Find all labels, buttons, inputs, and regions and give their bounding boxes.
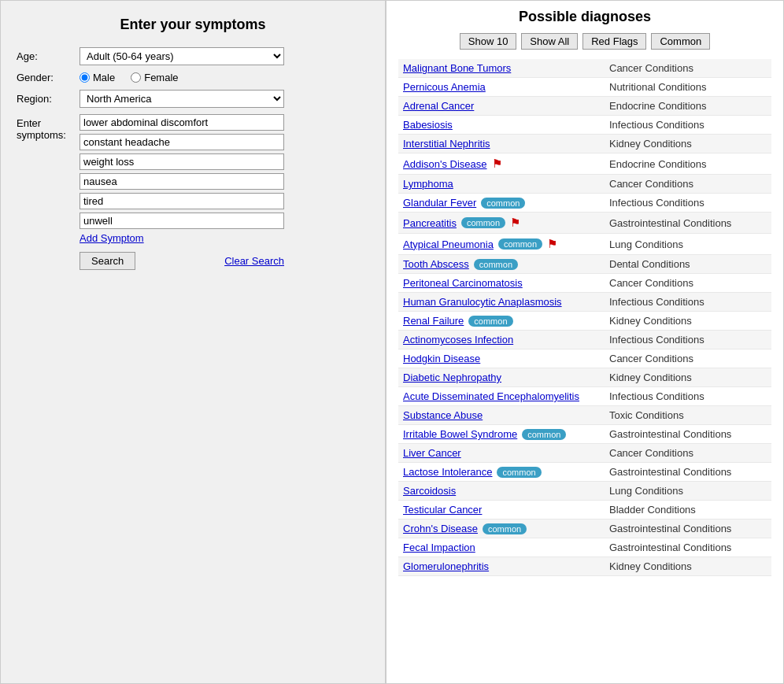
diagnosis-row: Addison's DiseaseEndocrine Conditions — [398, 153, 771, 175]
diagnosis-link[interactable]: Renal Failure — [403, 315, 464, 327]
diagnosis-category: Nutritional Conditions — [609, 81, 767, 93]
diagnosis-link[interactable]: Diabetic Nephropathy — [403, 372, 501, 383]
diagnosis-name-cell: Tooth Abscesscommon — [403, 258, 609, 270]
common-badge: common — [468, 316, 512, 327]
gender-row: Gender: Male Female — [17, 72, 369, 83]
diagnosis-row: Irritable Bowel SyndromecommonGastrointe… — [398, 425, 771, 444]
common-button[interactable]: Common — [651, 33, 710, 50]
common-badge: common — [483, 523, 527, 534]
age-select[interactable]: Child (0-11 years)Adolescent (12-17 year… — [80, 47, 284, 65]
symptom-input-1[interactable] — [80, 134, 284, 150]
diagnosis-category: Kidney Conditions — [609, 315, 767, 327]
diagnosis-name-cell: Diabetic Nephropathy — [403, 372, 609, 383]
diagnosis-name-cell: Sarcoidosis — [403, 485, 609, 497]
diagnosis-link[interactable]: Actinomycoses Infection — [403, 334, 513, 346]
diagnosis-row: Adrenal CancerEndocrine Conditions — [398, 97, 771, 116]
add-symptom-link[interactable]: Add Symptom — [80, 232, 369, 244]
diagnosis-list: Malignant Bone TumorsCancer ConditionsPe… — [398, 59, 771, 576]
show10-button[interactable]: Show 10 — [460, 33, 517, 50]
diagnosis-row: Tooth AbscesscommonDental Conditions — [398, 255, 771, 274]
diagnosis-category: Bladder Conditions — [609, 504, 767, 516]
show-all-button[interactable]: Show All — [521, 33, 578, 50]
symptom-input-5[interactable] — [80, 213, 284, 229]
symptom-input-4[interactable] — [80, 193, 284, 209]
diagnosis-name-cell: Substance Abuse — [403, 409, 609, 421]
diagnosis-link[interactable]: Hodgkin Disease — [403, 353, 480, 364]
red-flags-button[interactable]: Red Flags — [582, 33, 646, 50]
diagnosis-link[interactable]: Substance Abuse — [403, 409, 483, 421]
diagnosis-row: GlomerulonephritisKidney Conditions — [398, 557, 771, 576]
diagnosis-name-cell: Glandular Fevercommon — [403, 197, 609, 209]
common-badge: common — [497, 467, 541, 478]
diagnosis-link[interactable]: Glomerulonephritis — [403, 560, 489, 572]
diagnosis-link[interactable]: Sarcoidosis — [403, 485, 456, 497]
gender-female-radio[interactable] — [131, 72, 141, 83]
diagnosis-category: Cancer Conditions — [609, 277, 767, 289]
diagnosis-link[interactable]: Babesiosis — [403, 119, 453, 131]
diagnosis-link[interactable]: Tooth Abscess — [403, 258, 469, 270]
diagnosis-name-cell: Babesiosis — [403, 119, 609, 131]
diagnosis-category: Endocrine Conditions — [609, 158, 767, 170]
diagnosis-category: Gastrointestinal Conditions — [609, 523, 767, 534]
diagnosis-link[interactable]: Peritoneal Carcinomatosis — [403, 277, 523, 289]
region-label: Region: — [17, 93, 80, 105]
diagnosis-link[interactable]: Fecal Impaction — [403, 542, 475, 553]
diagnosis-link[interactable]: Atypical Pneumonia — [403, 238, 494, 250]
diagnosis-link[interactable]: Irritable Bowel Syndrome — [403, 428, 517, 440]
gender-male-radio[interactable] — [80, 72, 90, 83]
gender-male-label[interactable]: Male — [80, 72, 115, 83]
diagnosis-link[interactable]: Crohn's Disease — [403, 523, 478, 534]
diagnosis-row: Acute Disseminated EncephalomyelitisInfe… — [398, 387, 771, 406]
diagnosis-category: Gastrointestinal Conditions — [609, 466, 767, 478]
diagnosis-category: Toxic Conditions — [609, 409, 767, 421]
diagnosis-link[interactable]: Acute Disseminated Encephalomyelitis — [403, 390, 579, 402]
diagnosis-link[interactable]: Adrenal Cancer — [403, 100, 474, 112]
diagnosis-name-cell: Fecal Impaction — [403, 542, 609, 553]
diagnosis-name-cell: Pancreatitiscommon — [403, 216, 609, 230]
diagnosis-name-cell: Atypical Pneumoniacommon — [403, 237, 609, 251]
diagnosis-category: Gastrointestinal Conditions — [609, 542, 767, 553]
diagnosis-link[interactable]: Malignant Bone Tumors — [403, 62, 511, 74]
region-row: Region: North AmericaEuropeAsiaAfricaSou… — [17, 90, 369, 108]
symptoms-inputs: Add SymptomSearchClear Search — [80, 114, 369, 270]
diagnosis-name-cell: Liver Cancer — [403, 447, 609, 459]
diagnosis-link[interactable]: Human Granulocytic Anaplasmosis — [403, 296, 562, 308]
diagnosis-link[interactable]: Interstitial Nephritis — [403, 138, 490, 150]
clear-search-link[interactable]: Clear Search — [224, 255, 284, 267]
common-badge: common — [522, 429, 566, 440]
symptom-input-3[interactable] — [80, 173, 284, 190]
diagnosis-name-cell: Lactose Intolerancecommon — [403, 466, 609, 478]
gender-male-text: Male — [93, 72, 115, 83]
diagnosis-row: SarcoidosisLung Conditions — [398, 482, 771, 501]
red-flag-icon — [547, 237, 557, 251]
common-badge: common — [498, 238, 542, 250]
diagnosis-category: Dental Conditions — [609, 258, 767, 270]
diagnosis-link[interactable]: Glandular Fever — [403, 197, 476, 209]
diagnosis-link[interactable]: Lactose Intolerance — [403, 466, 492, 478]
diagnosis-link[interactable]: Pernicous Anemia — [403, 81, 486, 93]
diagnosis-name-cell: Malignant Bone Tumors — [403, 62, 609, 74]
gender-female-label[interactable]: Female — [131, 72, 178, 83]
diagnosis-row: BabesiosisInfectious Conditions — [398, 116, 771, 135]
diagnosis-link[interactable]: Addison's Disease — [403, 158, 487, 170]
common-badge: common — [474, 259, 518, 270]
diagnosis-row: Pernicous AnemiaNutritional Conditions — [398, 78, 771, 97]
diagnosis-row: Glandular FevercommonInfectious Conditio… — [398, 194, 771, 213]
diagnosis-row: Crohn's DiseasecommonGastrointestinal Co… — [398, 519, 771, 538]
diagnosis-name-cell: Actinomycoses Infection — [403, 334, 609, 346]
diagnosis-category: Cancer Conditions — [609, 178, 767, 190]
diagnosis-category: Infectious Conditions — [609, 390, 767, 402]
symptom-input-2[interactable] — [80, 153, 284, 170]
diagnosis-name-cell: Irritable Bowel Syndromecommon — [403, 428, 609, 440]
symptom-input-0[interactable] — [80, 114, 284, 131]
diagnosis-link[interactable]: Lymphoma — [403, 178, 453, 190]
diagnosis-category: Infectious Conditions — [609, 334, 767, 346]
search-button[interactable]: Search — [80, 252, 135, 270]
diagnosis-link[interactable]: Liver Cancer — [403, 447, 461, 459]
diagnosis-link[interactable]: Testicular Cancer — [403, 504, 482, 516]
region-select[interactable]: North AmericaEuropeAsiaAfricaSouth Ameri… — [80, 90, 284, 108]
diagnosis-category: Lung Conditions — [609, 485, 767, 497]
diagnosis-link[interactable]: Pancreatitis — [403, 217, 457, 229]
diagnosis-row: Malignant Bone TumorsCancer Conditions — [398, 59, 771, 78]
diagnosis-category: Endocrine Conditions — [609, 100, 767, 112]
